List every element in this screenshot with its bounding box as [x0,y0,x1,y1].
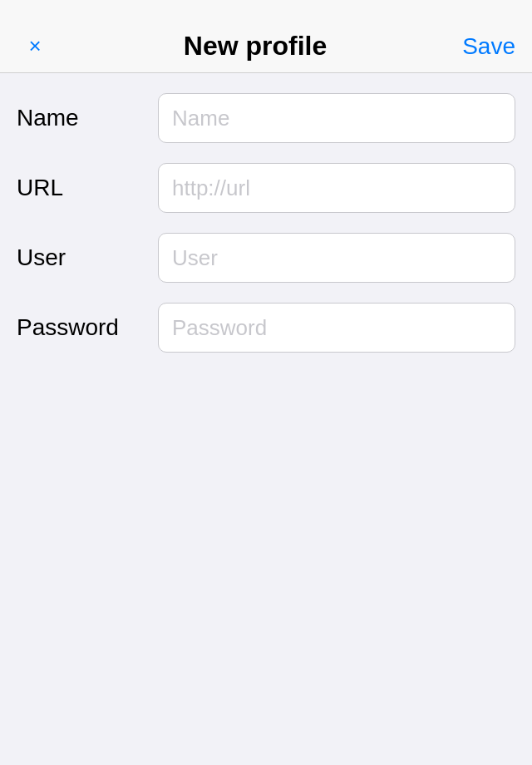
password-input[interactable] [158,303,515,353]
password-row: Password [17,303,515,353]
user-label: User [17,244,158,271]
password-label: Password [17,314,158,341]
page-title: New profile [184,31,327,62]
user-row: User [17,233,515,283]
url-row: URL [17,163,515,213]
name-row: Name [17,93,515,143]
user-input[interactable] [158,233,515,283]
cancel-button[interactable]: × [17,28,53,65]
url-label: URL [17,175,158,201]
url-input[interactable] [158,163,515,213]
navigation-bar: × New profile Save [0,0,532,73]
name-input[interactable] [158,93,515,143]
profile-form: Name URL User Password [0,73,532,392]
name-label: Name [17,105,158,131]
save-button[interactable]: Save [457,33,515,60]
